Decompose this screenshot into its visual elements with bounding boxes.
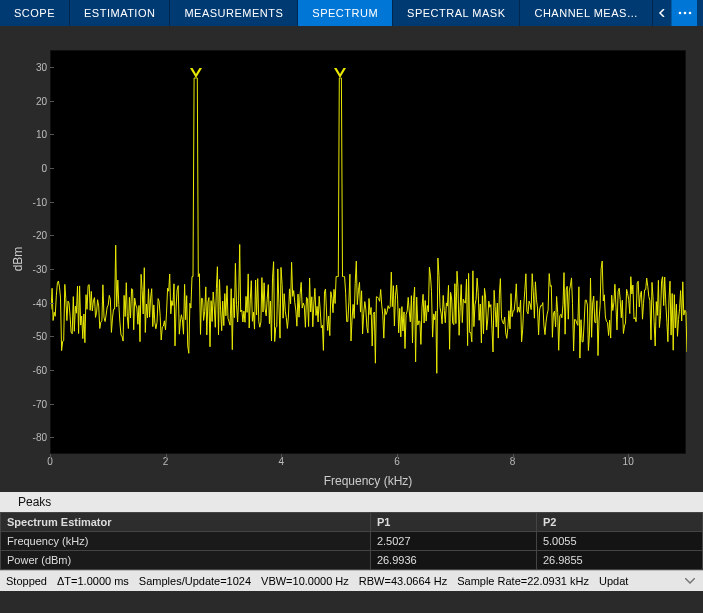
- status-updates: Updat: [599, 575, 628, 587]
- y-tick-label: -40: [7, 297, 47, 308]
- y-tick-label: -50: [7, 331, 47, 342]
- row-label-power: Power (dBm): [1, 551, 371, 570]
- tabs-overflow-icon[interactable]: [671, 0, 697, 26]
- y-tick-label: -20: [7, 230, 47, 241]
- status-dropdown-icon[interactable]: [683, 574, 697, 588]
- y-tick-label: -30: [7, 263, 47, 274]
- y-tick-label: 0: [7, 162, 47, 173]
- status-rbw: RBW=43.0664 Hz: [359, 575, 447, 587]
- table-row: Power (dBm) 26.9936 26.9855: [1, 551, 703, 570]
- table-row: Spectrum Estimator P1 P2: [1, 513, 703, 532]
- col-header-estimator: Spectrum Estimator: [1, 513, 371, 532]
- tab-spectrum[interactable]: SPECTRUM: [298, 0, 393, 26]
- status-state: Stopped: [6, 575, 47, 587]
- svg-point-0: [679, 12, 682, 15]
- status-samples: Samples/Update=1024: [139, 575, 251, 587]
- svg-point-2: [689, 12, 692, 15]
- x-axis-label: Frequency (kHz): [50, 474, 686, 488]
- svg-point-1: [684, 12, 687, 15]
- cell-power-p1: 26.9936: [370, 551, 536, 570]
- status-bar: Stopped ΔT=1.0000 ms Samples/Update=1024…: [0, 570, 703, 591]
- cell-power-p2: 26.9855: [536, 551, 702, 570]
- tab-scope[interactable]: SCOPE: [0, 0, 70, 26]
- tab-spectral-mask[interactable]: SPECTRAL MASK: [393, 0, 520, 26]
- table-row: Frequency (kHz) 2.5027 5.0055: [1, 532, 703, 551]
- spectrum-plot-area: dBm Frequency (kHz) -80-70-60-50-40-30-2…: [0, 26, 703, 492]
- tab-estimation[interactable]: ESTIMATION: [70, 0, 170, 26]
- peaks-panel-title: Peaks: [0, 492, 703, 512]
- status-sample-rate: Sample Rate=22.0931 kHz: [457, 575, 589, 587]
- col-header-p2: P2: [536, 513, 702, 532]
- main-toolbar: SCOPE ESTIMATION MEASUREMENTS SPECTRUM S…: [0, 0, 703, 26]
- spectrum-plot[interactable]: [50, 50, 686, 454]
- y-tick-label: 10: [7, 129, 47, 140]
- peaks-panel: Peaks Spectrum Estimator P1 P2 Frequency…: [0, 492, 703, 570]
- y-tick-label: -60: [7, 364, 47, 375]
- tab-channel-meas[interactable]: CHANNEL MEAS…: [520, 0, 653, 26]
- spectrum-trace: [51, 51, 687, 455]
- y-tick-label: 30: [7, 61, 47, 72]
- y-tick-label: 20: [7, 95, 47, 106]
- status-dt: ΔT=1.0000 ms: [57, 575, 129, 587]
- peaks-table: Spectrum Estimator P1 P2 Frequency (kHz)…: [0, 512, 703, 570]
- row-label-frequency: Frequency (kHz): [1, 532, 371, 551]
- cell-freq-p2: 5.0055: [536, 532, 702, 551]
- tabs-scroll-left-icon[interactable]: [653, 0, 671, 26]
- y-tick-label: -70: [7, 398, 47, 409]
- y-tick-label: -80: [7, 432, 47, 443]
- status-vbw: VBW=10.0000 Hz: [261, 575, 349, 587]
- cell-freq-p1: 2.5027: [370, 532, 536, 551]
- col-header-p1: P1: [370, 513, 536, 532]
- tab-measurements[interactable]: MEASUREMENTS: [170, 0, 298, 26]
- y-tick-label: -10: [7, 196, 47, 207]
